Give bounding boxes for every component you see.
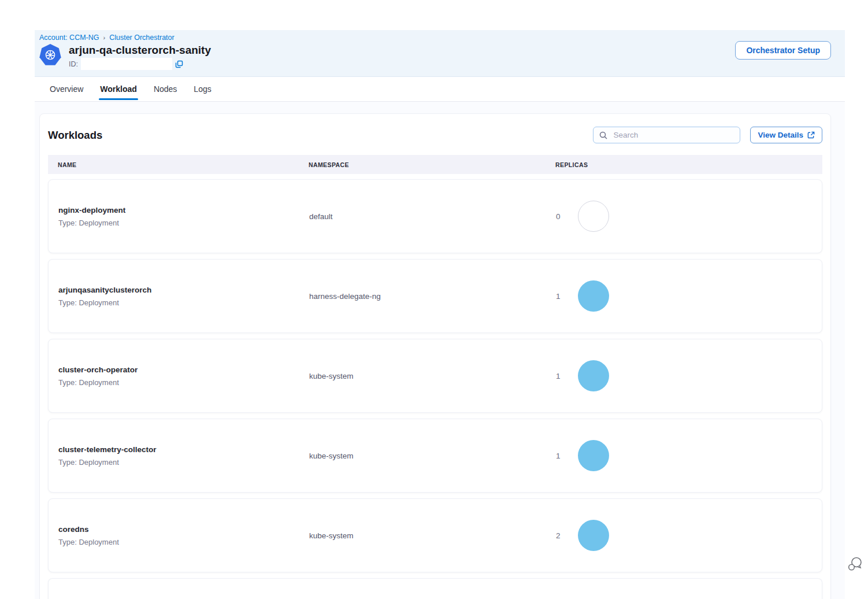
workload-replicas-cell: 1 <box>556 440 812 471</box>
workload-name-cell: arjunqasanityclusterorch Type: Deploymen… <box>58 286 309 307</box>
workload-name: arjunqasanityclusterorch <box>58 286 309 294</box>
tab-overview[interactable]: Overview <box>49 77 84 101</box>
app-shell: Account: CCM-NG › Cluster Orchestrator <box>35 30 845 599</box>
replica-count: 1 <box>556 452 561 460</box>
workloads-actions: View Details <box>593 127 822 143</box>
workload-name-cell: cluster-telemetry-collector Type: Deploy… <box>58 445 309 467</box>
title-block: arjun-qa-clusterorch-sanity ID: <box>69 44 211 70</box>
copy-icon[interactable] <box>175 60 183 68</box>
kubernetes-logo-icon <box>39 44 61 66</box>
workload-table-row-partial[interactable] <box>48 578 822 599</box>
replica-status-circle <box>578 360 609 391</box>
workloads-card-header: Workloads View Details <box>48 122 822 155</box>
replica-count: 1 <box>556 292 561 301</box>
content-area: Workloads View Details <box>35 102 845 599</box>
workload-type: Type: Deployment <box>58 458 309 467</box>
workload-namespace: kube-system <box>309 372 556 380</box>
workload-type: Type: Deployment <box>58 298 309 307</box>
view-details-button[interactable]: View Details <box>750 127 822 143</box>
workload-name: coredns <box>58 525 309 534</box>
workload-namespace: harness-delegate-ng <box>309 292 556 301</box>
workload-replicas-cell: 1 <box>556 280 812 312</box>
workload-type: Type: Deployment <box>58 378 309 387</box>
replica-status-circle <box>578 280 609 312</box>
tab-nodes[interactable]: Nodes <box>153 77 178 101</box>
workload-name-cell: coredns Type: Deployment <box>58 525 309 546</box>
workload-name: nginx-deployment <box>58 206 309 215</box>
tab-bar: Overview Workload Nodes Logs <box>35 77 845 102</box>
id-value-redacted <box>81 58 172 70</box>
column-header-name: NAME <box>58 161 309 168</box>
search-icon <box>599 131 607 139</box>
workload-name-cell: nginx-deployment Type: Deployment <box>58 206 309 227</box>
workload-table-row[interactable]: cluster-telemetry-collector Type: Deploy… <box>48 419 822 493</box>
workload-name-cell: cluster-orch-operator Type: Deployment <box>58 365 309 387</box>
replica-count: 2 <box>556 531 561 540</box>
column-header-replicas: REPLICAS <box>555 161 813 168</box>
breadcrumb-chevron-icon: › <box>103 34 106 41</box>
external-link-icon <box>807 131 815 139</box>
workload-table-row[interactable]: nginx-deployment Type: Deployment defaul… <box>48 179 822 253</box>
workload-table-row[interactable]: cluster-orch-operator Type: Deployment k… <box>48 339 822 413</box>
workload-table-row[interactable]: arjunqasanityclusterorch Type: Deploymen… <box>48 259 822 333</box>
replica-status-circle <box>578 201 609 232</box>
id-label: ID: <box>69 60 78 68</box>
breadcrumb: Account: CCM-NG › Cluster Orchestrator <box>39 34 831 42</box>
workload-namespace: kube-system <box>309 531 556 540</box>
table-header-row: NAME NAMESPACE REPLICAS <box>48 155 822 174</box>
workloads-card: Workloads View Details <box>39 113 831 599</box>
page-title: arjun-qa-clusterorch-sanity <box>69 44 211 57</box>
breadcrumb-account-link[interactable]: Account: CCM-NG <box>39 34 99 42</box>
workload-type: Type: Deployment <box>58 538 309 546</box>
workload-namespace: kube-system <box>309 452 556 460</box>
title-row: arjun-qa-clusterorch-sanity ID: <box>39 44 831 70</box>
search-input[interactable] <box>612 130 740 140</box>
column-header-namespace: NAMESPACE <box>309 161 555 168</box>
tab-logs[interactable]: Logs <box>192 77 212 101</box>
search-box[interactable] <box>593 127 740 143</box>
workload-replicas-cell: 1 <box>556 360 812 391</box>
workload-type: Type: Deployment <box>58 219 309 227</box>
workload-replicas-cell: 0 <box>556 201 812 232</box>
workloads-title: Workloads <box>48 129 102 142</box>
breadcrumb-page-link[interactable]: Cluster Orchestrator <box>109 34 175 42</box>
workload-name: cluster-telemetry-collector <box>58 445 309 454</box>
workload-rows: nginx-deployment Type: Deployment defaul… <box>48 179 822 599</box>
replica-count: 1 <box>556 372 561 380</box>
workload-name: cluster-orch-operator <box>58 365 309 374</box>
replica-status-circle <box>578 440 609 471</box>
page-header-banner: Account: CCM-NG › Cluster Orchestrator <box>35 30 845 77</box>
replica-status-circle <box>578 520 609 551</box>
chat-help-icon[interactable] <box>847 555 864 574</box>
workload-replicas-cell: 2 <box>556 520 812 551</box>
orchestrator-setup-button[interactable]: Orchestrator Setup <box>735 41 831 60</box>
view-details-label: View Details <box>758 131 803 139</box>
tab-workload[interactable]: Workload <box>99 77 138 101</box>
cluster-id-row: ID: <box>69 58 211 70</box>
workload-table-row[interactable]: coredns Type: Deployment kube-system 2 <box>48 498 822 572</box>
workload-namespace: default <box>309 212 556 221</box>
replica-count: 0 <box>556 212 561 221</box>
